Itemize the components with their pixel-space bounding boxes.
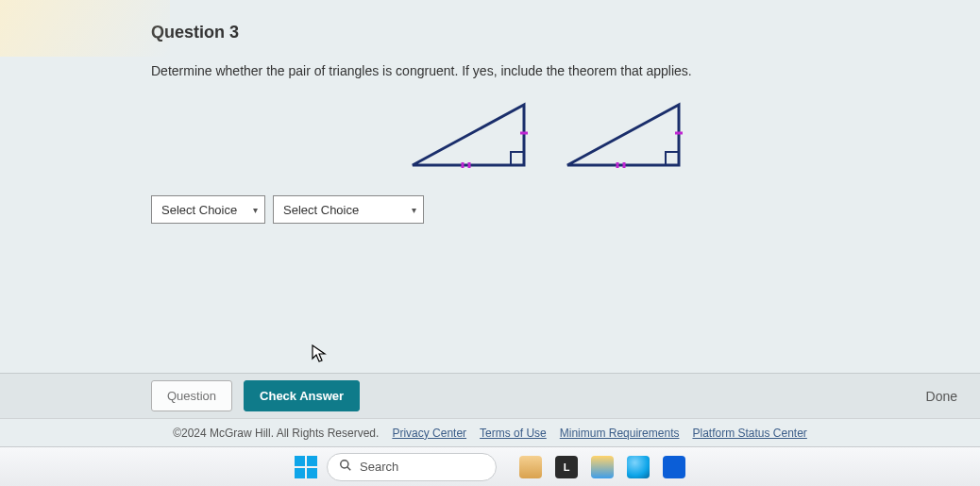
- cursor-icon: [312, 344, 327, 368]
- question-title: Question 3: [151, 23, 942, 42]
- done-label: Done: [926, 389, 961, 404]
- svg-line-11: [347, 467, 351, 471]
- app-screen: Question 3 Determine whether the pair of…: [0, 0, 980, 446]
- svg-rect-3: [511, 152, 524, 165]
- select-choice-1[interactable]: Select Choice: [151, 195, 265, 224]
- taskbar-app-5[interactable]: [663, 456, 685, 478]
- triangle-left: [403, 97, 535, 173]
- select-choice-2[interactable]: Select Choice: [273, 195, 424, 224]
- question-content: Question 3 Determine whether the pair of…: [0, 0, 980, 373]
- svg-marker-5: [567, 105, 679, 165]
- action-bar: Question Check Answer Done: [0, 373, 980, 418]
- footer-legal: ©2024 McGraw Hill. All Rights Reserved. …: [0, 418, 980, 446]
- triangle-right: [558, 97, 690, 173]
- link-privacy[interactable]: Privacy Center: [392, 427, 466, 440]
- prev-question-button[interactable]: Question: [151, 380, 232, 411]
- taskbar-search-placeholder: Search: [360, 460, 398, 474]
- taskbar-search[interactable]: Search: [327, 453, 497, 481]
- file-explorer-icon[interactable]: [591, 456, 614, 478]
- start-button[interactable]: [295, 456, 317, 478]
- windows-taskbar: Search L: [0, 446, 980, 486]
- figure-row: [151, 97, 942, 173]
- taskbar-app-2[interactable]: L: [555, 456, 578, 478]
- svg-marker-0: [413, 105, 524, 165]
- link-terms[interactable]: Terms of Use: [480, 427, 547, 440]
- taskbar-icons: L: [519, 456, 685, 478]
- question-prompt: Determine whether the pair of triangles …: [151, 63, 942, 78]
- edge-browser-icon[interactable]: [627, 456, 650, 478]
- check-answer-button[interactable]: Check Answer: [244, 380, 360, 411]
- link-status[interactable]: Platform Status Center: [692, 427, 806, 440]
- choice-row: Select Choice ▾ Select Choice ▾: [151, 195, 942, 224]
- svg-rect-8: [666, 152, 679, 165]
- svg-point-10: [341, 461, 348, 468]
- taskbar-app-1[interactable]: [519, 456, 542, 478]
- link-minreq[interactable]: Minimum Requirements: [560, 427, 680, 440]
- search-icon: [339, 459, 352, 475]
- copyright-text: ©2024 McGraw Hill. All Rights Reserved.: [173, 427, 379, 440]
